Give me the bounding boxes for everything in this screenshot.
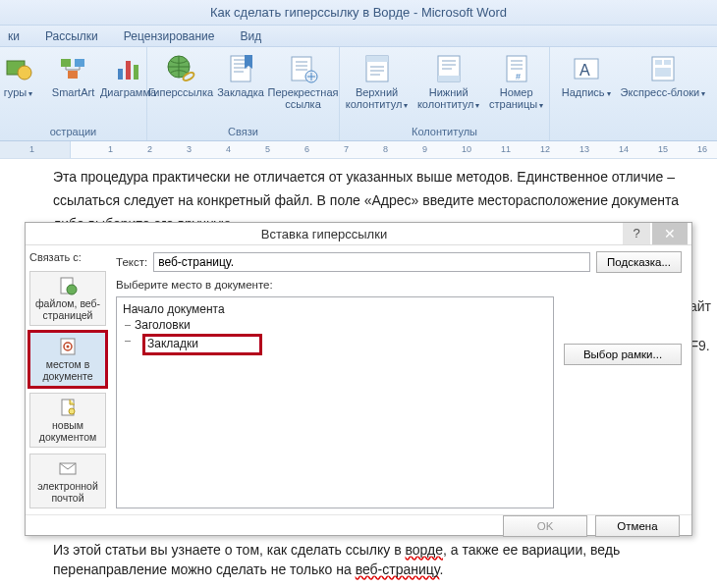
link-to-place-in-doc[interactable]: местом вдокументе [29,332,106,387]
smartart-button[interactable]: SmartArt [51,51,96,98]
email-icon [58,458,78,478]
group-label: Связи [153,124,333,140]
tree-node[interactable]: Заголовки [123,317,547,333]
group-label: острации [6,124,140,140]
quickparts-button[interactable]: Экспресс-блоки▾ [621,51,706,100]
header-button[interactable]: Верхнийколонтитул▾ [346,51,408,112]
new-doc-icon [58,398,78,417]
select-place-label: Выберите место в документе: [116,279,273,291]
bookmark-icon [225,53,256,84]
svg-point-1 [18,66,31,80]
svg-rect-22 [655,60,662,65]
para: Из этой статьи вы узнаете о том, как сде… [53,540,703,560]
svg-point-29 [67,346,70,348]
crossref-button[interactable]: Перекрестнаяссылка [273,51,333,110]
svg-rect-6 [126,61,131,80]
globe-link-icon [165,53,196,84]
hyperlink-button[interactable]: Гиперссылка [153,51,208,98]
link-to-sidebar: Связать с: файлом, веб-страницей местом … [26,245,110,514]
place-in-doc-icon [58,337,78,356]
svg-rect-14 [366,56,388,62]
textbox-icon: A [571,53,602,84]
para: Эта процедура практически не отличается … [53,167,697,187]
ribbon: гуры▾ SmartArt Диаграмма острации Гиперс… [0,47,717,141]
link-to-label: Связать с: [29,251,106,263]
tab-review[interactable]: Рецензирование [124,29,215,43]
svg-rect-24 [655,68,671,77]
pagenumber-button[interactable]: # Номерстраницы▾ [489,51,543,112]
insert-hyperlink-dialog: Вставка гиперссылки ? ✕ Связать с: файло… [25,222,692,536]
svg-text:A: A [579,62,590,79]
shapes-icon [3,53,34,84]
svg-rect-7 [134,65,138,80]
ok-button[interactable]: OK [503,515,587,537]
text-label: Текст: [116,256,147,268]
dialog-titlebar[interactable]: Вставка гиперссылки ? ✕ [26,223,691,245]
group-text: A Надпись▾ Экспресс-блоки▾ [550,47,717,140]
dialog-footer: OK Отмена [26,514,691,537]
link-to-file-web[interactable]: файлом, веб-страницей [29,271,106,326]
svg-rect-3 [75,59,84,67]
chart-icon [113,53,144,84]
text-input[interactable] [153,252,590,272]
window-title: Как сделать гиперссылку в Ворде - Micros… [210,5,507,20]
link-to-email[interactable]: электроннойпочтой [29,454,106,508]
svg-rect-16 [438,76,460,81]
bookmark-button[interactable]: Закладка [218,51,263,98]
ribbon-tabs: ки Рассылки Рецензирование Вид [0,26,717,47]
footer-icon [433,53,465,84]
chart-button[interactable]: Диаграмма [106,51,151,98]
cancel-button[interactable]: Отмена [595,515,680,537]
tab-view[interactable]: Вид [240,29,261,43]
tab-fragment[interactable]: ки [8,29,20,43]
crossref-icon [288,53,319,84]
horizontal-ruler[interactable]: 112345678910111213141516 [0,141,717,159]
window-titlebar: Как сделать гиперссылку в Ворде - Micros… [0,0,717,26]
link-to-new-doc[interactable]: новымдокументом [29,393,106,448]
document-places-tree[interactable]: Начало документа Заголовки Закладки [116,296,554,508]
quickparts-icon [647,53,679,84]
svg-rect-4 [68,71,78,79]
svg-point-31 [69,408,75,414]
footer-button[interactable]: Нижнийколонтитул▾ [417,51,479,112]
para: ссылаться следует на конкретный файл. В … [53,190,697,210]
header-icon [361,53,393,84]
pagenumber-icon: # [501,53,532,84]
hint-button[interactable]: Подсказка... [596,251,682,273]
group-label: Колонтитулы [346,124,543,140]
file-web-icon [58,276,78,295]
group-links: Гиперссылка Закладка Перекрестнаяссылка … [147,47,340,140]
close-button[interactable]: ✕ [652,223,688,244]
smartart-icon [58,53,89,84]
help-button[interactable]: ? [623,223,650,244]
svg-rect-23 [664,60,671,65]
textbox-button[interactable]: A Надпись▾ [562,51,611,100]
svg-rect-2 [61,59,71,67]
frame-button[interactable]: Выбор рамки... [564,344,682,365]
group-label [556,124,711,140]
group-illustrations: гуры▾ SmartArt Диаграмма острации [0,47,147,140]
tab-mailings[interactable]: Рассылки [45,29,98,43]
shapes-button[interactable]: гуры▾ [0,51,41,100]
para: перенаправление можно сделать не только … [53,560,703,579]
document-body-continued[interactable]: Из этой статьи вы узнаете о том, как сде… [53,540,703,579]
svg-text:#: # [516,72,521,81]
tree-node[interactable]: Начало документа [123,301,547,317]
tree-node[interactable]: Закладки [123,333,547,356]
svg-point-26 [67,285,77,294]
group-headerfooter: Верхнийколонтитул▾ Нижнийколонтитул▾ # Н… [340,47,550,140]
svg-rect-5 [118,69,123,80]
dialog-title: Вставка гиперссылки [26,227,623,241]
